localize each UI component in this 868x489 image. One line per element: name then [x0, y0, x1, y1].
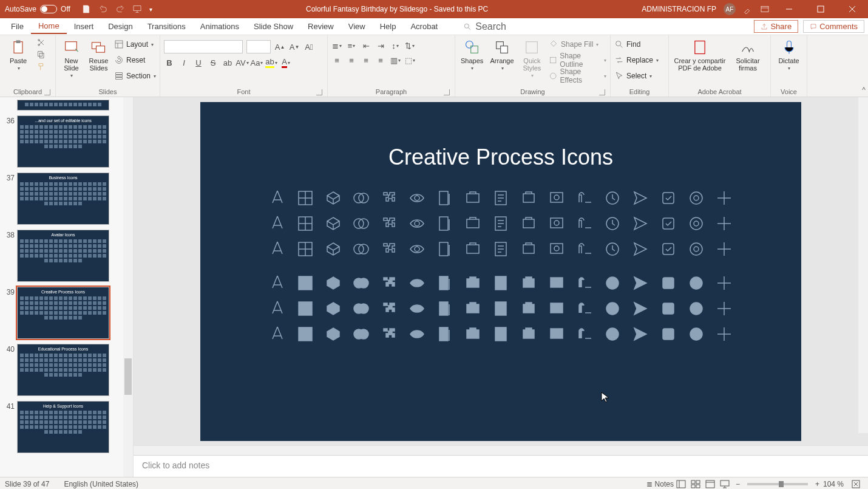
align-right-button[interactable]: ≡	[361, 55, 371, 66]
slide-icon[interactable]	[547, 273, 566, 293]
slide-icon[interactable]	[687, 324, 706, 344]
slideshow-view-icon[interactable]	[717, 479, 732, 490]
slide-thumbnail-panel[interactable]: 36...and our set of editable icons37Busi…	[0, 97, 134, 477]
slide-icon[interactable]	[491, 299, 510, 318]
slide-icon[interactable]	[603, 214, 622, 233]
editor-vertical-scrollbar[interactable]	[858, 97, 868, 433]
slide-icon[interactable]	[296, 299, 315, 318]
tab-view[interactable]: View	[341, 19, 373, 33]
thumbnail-slide-39[interactable]: 39Creative Process Icons	[0, 284, 133, 341]
slide-icon[interactable]	[351, 324, 371, 344]
slide-icon[interactable]	[659, 299, 678, 318]
slide-icon[interactable]	[519, 239, 538, 259]
slide-icon[interactable]	[324, 299, 343, 318]
slide-icon[interactable]	[435, 239, 455, 259]
reuse-slides-button[interactable]: Reuse Slides	[87, 38, 110, 72]
slide-icon[interactable]	[379, 299, 399, 318]
slide-icon[interactable]	[631, 273, 650, 293]
slide-icon[interactable]	[268, 214, 287, 233]
slide-icon[interactable]	[519, 188, 538, 208]
slide-icon[interactable]	[351, 273, 371, 293]
notes-pane[interactable]: Click to add notes	[134, 455, 868, 477]
zoom-out-button[interactable]: −	[736, 480, 740, 488]
slide-icon[interactable]	[324, 188, 343, 208]
select-button[interactable]: Select▾	[614, 69, 659, 83]
slide-icon[interactable]	[379, 239, 399, 259]
language-indicator[interactable]: English (United States)	[64, 480, 138, 488]
bullets-button[interactable]: ≣▾	[331, 40, 342, 51]
slide-icon[interactable]	[575, 324, 594, 344]
copy-icon[interactable]	[36, 50, 46, 60]
slide-icon[interactable]	[268, 188, 287, 208]
slide-icon[interactable]	[407, 214, 427, 233]
slide-icon[interactable]	[575, 299, 594, 318]
slide-icon[interactable]	[296, 214, 315, 233]
shapes-button[interactable]: Shapes▾	[459, 38, 485, 71]
slide-icon[interactable]	[631, 239, 650, 259]
thumbnail-scrollbar[interactable]	[123, 97, 133, 477]
slide-icon[interactable]	[519, 214, 538, 233]
slide-icon[interactable]	[463, 239, 483, 259]
font-color-button[interactable]: A▾	[280, 57, 291, 68]
slide-icon[interactable]	[435, 299, 455, 318]
tab-acrobat[interactable]: Acrobat	[403, 19, 445, 33]
collapse-ribbon-icon[interactable]: ^	[862, 86, 866, 94]
reset-button[interactable]: Reset	[114, 53, 156, 67]
reading-view-icon[interactable]	[703, 479, 717, 490]
slide-icon[interactable]	[491, 214, 510, 233]
slide-icon[interactable]	[631, 188, 650, 208]
zoom-in-button[interactable]: +	[815, 480, 819, 488]
slide-icon[interactable]	[268, 273, 287, 293]
slide-icon[interactable]	[435, 324, 455, 344]
slide-icon[interactable]	[714, 299, 734, 318]
slide-icon[interactable]	[268, 299, 287, 318]
slide-icon[interactable]	[407, 239, 427, 259]
tab-animations[interactable]: Animations	[193, 19, 246, 33]
align-center-button[interactable]: ≡	[346, 55, 357, 66]
layout-button[interactable]: Layout▾	[114, 38, 156, 51]
slide-icon[interactable]	[268, 239, 287, 259]
section-button[interactable]: Section▾	[114, 69, 156, 83]
slide-icon[interactable]	[714, 239, 734, 259]
share-button[interactable]: Share	[754, 20, 798, 33]
slide-icon[interactable]	[407, 324, 427, 344]
shadow-button[interactable]: ab	[222, 57, 233, 68]
slide-icon[interactable]	[575, 239, 594, 259]
slide-icon[interactable]	[603, 273, 622, 293]
slide-icon[interactable]	[603, 299, 622, 318]
tab-insert[interactable]: Insert	[67, 19, 101, 33]
slide-icon[interactable]	[463, 273, 483, 293]
slide-icon[interactable]	[631, 214, 650, 233]
slide-icon[interactable]	[491, 188, 510, 208]
shape-fill-button[interactable]: Shape Fill▾	[549, 38, 606, 51]
slide-icon[interactable]	[491, 324, 510, 344]
slide-icon[interactable]	[324, 324, 343, 344]
save-icon[interactable]	[81, 4, 91, 14]
slide-icon[interactable]	[687, 273, 706, 293]
slide-icon[interactable]	[575, 214, 594, 233]
tab-review[interactable]: Review	[300, 19, 341, 33]
slide-icon[interactable]	[631, 324, 650, 344]
slide-icon[interactable]	[324, 273, 343, 293]
slide-icon[interactable]	[407, 273, 427, 293]
maximize-button[interactable]	[809, 0, 833, 18]
shape-effects-button[interactable]: Shape Effects▾	[549, 69, 606, 83]
thumbnail-slide-38[interactable]: 38Avatar Icons	[0, 227, 133, 284]
zoom-level[interactable]: 104 %	[823, 480, 844, 488]
avatar[interactable]: AF	[724, 3, 736, 15]
slide-icon[interactable]	[575, 273, 594, 293]
slide-icon[interactable]	[714, 188, 734, 208]
slide-icon[interactable]	[547, 299, 566, 318]
font-size-input[interactable]	[246, 40, 271, 53]
increase-indent-button[interactable]: ⇥	[375, 40, 386, 51]
slide-icon[interactable]	[379, 324, 399, 344]
slide-icon[interactable]	[351, 239, 371, 259]
shape-outline-button[interactable]: Shape Outline▾	[549, 53, 606, 67]
slide-icon[interactable]	[519, 299, 538, 318]
bold-button[interactable]: B	[164, 57, 175, 68]
text-direction-button[interactable]: ⇅▾	[404, 40, 415, 51]
slide-icon[interactable]	[547, 324, 566, 344]
align-left-button[interactable]: ≡	[331, 55, 342, 66]
slide-icon[interactable]	[463, 324, 483, 344]
slide-icon[interactable]	[575, 188, 594, 208]
